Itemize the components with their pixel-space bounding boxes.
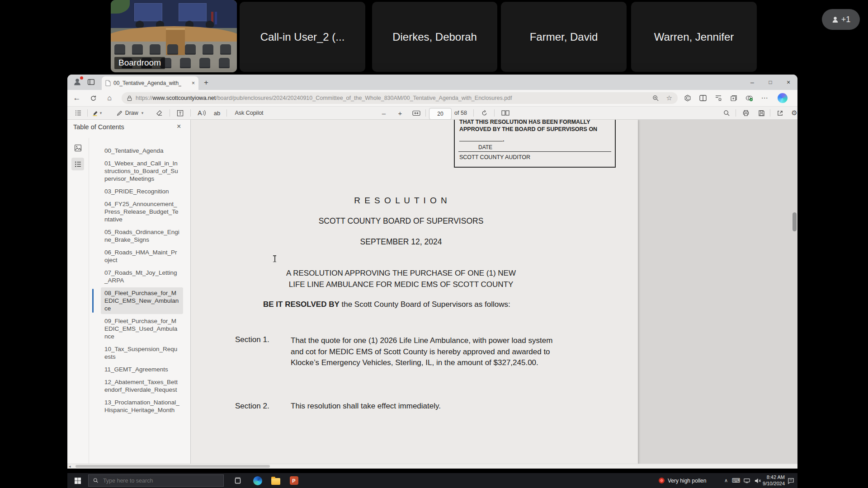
tray-expand-chevron-icon[interactable]: ∧ <box>722 473 730 488</box>
tab-title: 00_Tentative_Agenda_with_Enclo <box>113 80 181 86</box>
network-icon[interactable] <box>742 473 752 488</box>
zoom-page-icon[interactable] <box>652 95 659 102</box>
favorite-star-icon[interactable]: ☆ <box>666 94 672 102</box>
new-tab-button[interactable]: + <box>204 78 208 87</box>
outline-view-icon[interactable] <box>71 158 84 170</box>
toc-title: Table of Contents <box>73 123 124 131</box>
windows-taskbar: P Very high pollen ∧ ⌨ 8:42 AM 9/10/2024 <box>67 473 797 488</box>
pen-icon <box>116 110 123 117</box>
participant-name-label: Call-in User_2 (... <box>260 31 345 43</box>
chevron-down-icon[interactable]: ▾ <box>142 111 144 115</box>
performance-check-icon[interactable] <box>742 90 756 106</box>
address-bar[interactable]: https://www.scottcountyiowa.net/board/pu… <box>122 92 678 104</box>
toc-item[interactable]: 07_Roads_Mt_Joy_Letting_ARPA <box>101 267 183 286</box>
draw-button[interactable]: Draw ▾ <box>111 107 149 119</box>
touch-keyboard-icon[interactable]: ⌨ <box>731 473 741 488</box>
profile-alert-dot <box>80 76 83 80</box>
horizontal-scrollbar[interactable]: ◂ <box>67 464 797 469</box>
doc-section2-text: This resolution shall take effect immedi… <box>291 402 562 411</box>
document-viewer: THAT THIS RESOLUTION HAS BEEN FORMALLY A… <box>191 120 797 469</box>
fit-to-width-icon[interactable] <box>410 107 423 119</box>
window-maximize-button[interactable]: □ <box>761 75 779 90</box>
toc-item[interactable]: 06_Roads_HMA_Maint_Project <box>101 247 183 266</box>
ask-copilot-button[interactable]: Ask Copilot <box>232 107 266 119</box>
chevron-down-icon[interactable]: ▾ <box>100 111 102 115</box>
back-icon[interactable]: ← <box>70 90 84 106</box>
collections-icon[interactable] <box>726 90 741 106</box>
settings-more-icon[interactable]: ⋯ <box>757 90 772 106</box>
taskbar-app-icon[interactable]: P <box>286 473 302 488</box>
home-icon[interactable]: ⌂ <box>103 90 116 106</box>
add-text-icon[interactable] <box>174 107 186 119</box>
browser-essentials-icon[interactable] <box>680 90 695 106</box>
thumbnails-view-icon[interactable] <box>71 141 84 154</box>
horizontal-scrollbar-thumb[interactable] <box>75 465 270 468</box>
weather-pollen-widget[interactable]: Very high pollen <box>659 473 706 488</box>
highlighter-icon[interactable]: ▾ <box>91 107 103 119</box>
vertical-scrollbar-thumb[interactable] <box>793 212 797 231</box>
task-view-icon[interactable] <box>230 473 245 488</box>
volume-icon[interactable] <box>753 473 763 488</box>
date-label: DATE <box>478 144 610 151</box>
start-button[interactable] <box>71 473 85 488</box>
tab-actions-icon[interactable] <box>87 78 95 88</box>
toc-close-icon[interactable]: × <box>177 122 181 131</box>
page-view-icon[interactable] <box>499 107 512 119</box>
toc-item[interactable]: 09_Fleet_Purchase_for_MEDIC_EMS_Used_Amb… <box>101 315 183 342</box>
more-participants-badge[interactable]: +1 <box>822 9 860 30</box>
search-document-icon[interactable] <box>720 107 733 119</box>
profile-icon[interactable] <box>73 77 82 88</box>
save-icon[interactable] <box>755 107 768 119</box>
toc-item[interactable]: 10_Tax_Suspension_Requests <box>101 343 183 362</box>
doc-org: SCOTT COUNTY BOARD OF SUPERVISORS <box>191 216 611 226</box>
zoom-in-icon[interactable]: + <box>395 107 406 119</box>
participant-tile-boardroom[interactable]: Boardroom <box>111 0 237 72</box>
navigation-bar: ← ⌂ https://www.scottcountyiowa.net/boar… <box>67 90 797 106</box>
toc-item[interactable]: 11_GEMT_Agreements <box>101 364 183 375</box>
zoom-out-icon[interactable]: – <box>378 107 389 119</box>
toc-item[interactable]: 00_Tentative_Agenda <box>101 145 183 156</box>
window-close-button[interactable]: × <box>779 75 797 90</box>
participant-tile[interactable]: Farmer, David <box>501 2 627 72</box>
toc-item[interactable]: 13_Proclamation_National_Hispanic_Herita… <box>101 397 183 416</box>
scroll-left-arrow-icon[interactable]: ◂ <box>69 464 71 469</box>
text-tools-icon[interactable]: ab <box>211 107 223 119</box>
taskbar-edge-icon[interactable] <box>250 473 265 488</box>
toc-item-selected[interactable]: 08_Fleet_Purchase_for_MEDIC_EMS_New_Ambu… <box>101 287 183 314</box>
copilot-icon[interactable] <box>775 90 790 106</box>
print-icon[interactable] <box>739 107 753 119</box>
split-screen-icon[interactable] <box>696 90 710 106</box>
pollen-label: Very high pollen <box>668 478 706 484</box>
taskbar-file-explorer-icon[interactable] <box>268 473 283 488</box>
toc-item[interactable]: 04_FY25_Announcement_Press_Release_Budge… <box>101 198 183 225</box>
taskbar-search-box[interactable] <box>88 474 224 487</box>
pdf-content-area: Table of Contents × 00_Tentative_Agenda … <box>67 120 797 469</box>
tab-close-icon[interactable]: × <box>192 80 195 86</box>
read-aloud-icon[interactable]: A <box>195 107 208 119</box>
refresh-icon[interactable] <box>86 90 100 106</box>
window-minimize-button[interactable]: – <box>743 75 761 90</box>
table-of-contents-icon[interactable] <box>72 107 85 119</box>
browser-tab[interactable]: 00_Tentative_Agenda_with_Enclo × <box>102 76 198 90</box>
auditor-approval-box: THAT THIS RESOLUTION HAS BEEN FORMALLY A… <box>454 120 616 168</box>
doc-section2-label: Section 2. <box>235 402 269 411</box>
participant-tile[interactable]: Call-in User_2 (... <box>240 2 365 72</box>
toc-item[interactable]: 03_PRIDE_Recognition <box>101 186 183 197</box>
doc-date: SEPTEMBER 12, 2024 <box>191 237 611 247</box>
eraser-icon[interactable] <box>153 107 165 119</box>
participant-tile[interactable]: Warren, Jennifer <box>631 2 757 72</box>
search-input[interactable] <box>102 477 219 484</box>
pollen-icon <box>659 478 665 483</box>
taskbar-clock[interactable]: 8:42 AM 9/10/2024 <box>763 474 785 487</box>
toc-item[interactable]: 05_Roads_Ordinance_Engine_Brake_Signs <box>101 226 183 245</box>
toc-item[interactable]: 12_Abatement_Taxes_Bettendorf_Riverdale_… <box>101 376 183 395</box>
participant-name-label: Warren, Jennifer <box>654 31 734 43</box>
rotate-icon[interactable] <box>478 107 491 119</box>
open-external-icon[interactable] <box>774 107 786 119</box>
pdf-settings-gear-icon[interactable]: ⚙ <box>788 107 801 119</box>
favorites-list-icon[interactable] <box>711 90 726 106</box>
page-number-input[interactable] <box>429 108 452 120</box>
action-center-icon[interactable] <box>786 473 796 488</box>
participant-tile[interactable]: Dierkes, Deborah <box>372 2 497 72</box>
toc-item[interactable]: 01_Webex_and_Call_in_Instructions_to_Boa… <box>101 158 183 184</box>
